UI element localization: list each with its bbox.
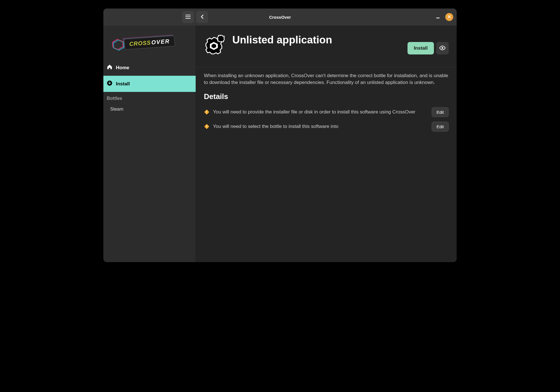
svg-rect-10	[206, 113, 207, 113]
detail-row: You will need to provide the installer f…	[196, 105, 457, 119]
install-button[interactable]: Install	[408, 42, 434, 54]
app-window: CrossOver	[103, 9, 457, 262]
edit-button[interactable]: Edit	[432, 122, 449, 132]
minimize-button[interactable]	[434, 14, 441, 20]
minimize-icon	[436, 15, 440, 20]
gear-app-icon	[204, 33, 227, 57]
sidebar-item-label: Home	[116, 65, 129, 71]
detail-text: You will need to select the bottle to in…	[213, 123, 428, 130]
svg-rect-12	[206, 125, 207, 127]
svg-point-7	[442, 47, 443, 49]
close-button[interactable]	[445, 13, 453, 21]
svg-rect-13	[206, 127, 207, 128]
logo-mark-icon	[111, 37, 126, 53]
main-content: Unlisted application Install When instal…	[196, 26, 457, 262]
description-text: When installing an unknown application, …	[196, 67, 457, 88]
logo-text-left: CROSS	[129, 39, 151, 47]
logo-text-right: OVER	[151, 38, 170, 46]
svg-rect-9	[206, 111, 207, 112]
back-button[interactable]	[196, 11, 208, 23]
logo: CROSS OVER	[103, 26, 196, 60]
details-heading: Details	[196, 88, 457, 105]
close-icon	[448, 15, 451, 19]
sidebar: CROSS OVER Home Install	[103, 26, 196, 262]
warning-icon	[204, 124, 210, 129]
bottles-heading: Bottles	[103, 92, 196, 104]
bottle-item-steam[interactable]: Steam	[103, 104, 196, 115]
window-title: CrossOver	[269, 15, 291, 20]
detail-row: You will need to select the bottle to in…	[196, 119, 457, 134]
sidebar-item-install[interactable]: Install	[103, 76, 196, 92]
sidebar-item-label: Install	[116, 81, 130, 87]
home-icon	[107, 64, 112, 71]
edit-button[interactable]: Edit	[432, 107, 449, 117]
hamburger-icon	[185, 15, 191, 20]
download-circle-icon	[107, 80, 112, 87]
titlebar: CrossOver	[103, 9, 457, 26]
preview-button[interactable]	[436, 42, 449, 54]
warning-icon	[204, 109, 210, 115]
sidebar-item-home[interactable]: Home	[103, 60, 196, 76]
svg-rect-0	[436, 18, 440, 18]
detail-text: You will need to provide the installer f…	[213, 109, 428, 115]
page-title: Unlisted application	[232, 33, 402, 46]
menu-button[interactable]	[182, 11, 194, 23]
chevron-left-icon	[200, 14, 204, 20]
eye-icon	[439, 46, 446, 51]
